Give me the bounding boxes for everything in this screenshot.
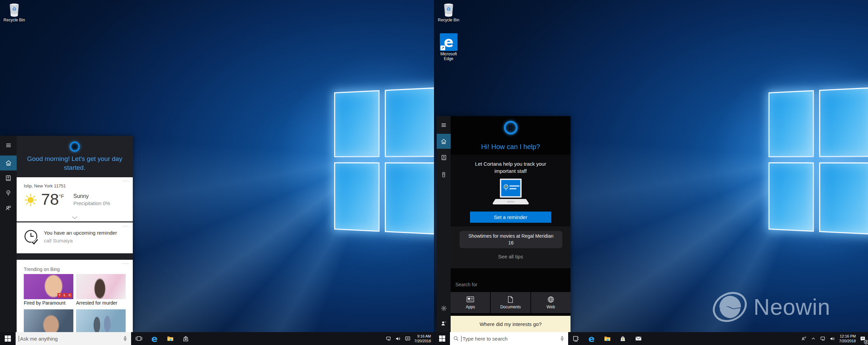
- cortana-panel-new: Hi! How can I help? Let Cortana help you…: [437, 116, 571, 332]
- see-all-tips-link[interactable]: See all tips: [451, 254, 571, 259]
- cortana-nav-rail: [437, 116, 451, 332]
- cortana-search-box[interactable]: [16, 332, 131, 345]
- tips-section: Showtimes for movies at Regal Meridian 1…: [451, 226, 571, 268]
- weather-precipitation: Precipitation 0%: [73, 200, 110, 206]
- windows-hero-logo: [768, 87, 868, 235]
- cortana-header: Good morning! Let's get your day started…: [17, 136, 133, 177]
- rail-item-notebook[interactable]: [437, 150, 451, 165]
- file-explorer-button[interactable]: [599, 332, 615, 345]
- clock-time: 9:16 AM: [414, 334, 431, 339]
- reminder-card[interactable]: ··· You have an upcoming reminder call S…: [17, 222, 133, 253]
- trending-thumbnail: [76, 309, 126, 332]
- trending-card[interactable]: ··· Trending on Bing TLC Fired by Paramo…: [17, 260, 133, 332]
- taskbar-clock[interactable]: 9:16 AM 7/20/2018: [413, 334, 433, 344]
- recycle-bin-label: Recycle Bin: [1, 18, 27, 23]
- reminder-subtitle: call Sumaiya: [44, 238, 73, 243]
- tip-suggestion-chip[interactable]: Showtimes for movies at Regal Meridian 1…: [459, 231, 562, 248]
- recycle-bin-icon: ♻: [7, 2, 21, 17]
- card-menu-ellipsis[interactable]: ···: [122, 260, 129, 266]
- task-view-button[interactable]: [131, 332, 147, 345]
- feedback-icon: [440, 320, 447, 327]
- rail-item-notebook[interactable]: [0, 170, 17, 185]
- search-web-button[interactable]: Web: [531, 292, 571, 313]
- hamburger-menu-button[interactable]: [0, 138, 17, 153]
- rail-item-feedback[interactable]: [437, 316, 451, 331]
- expand-chevron-icon[interactable]: [71, 216, 78, 220]
- weather-card[interactable]: ··· Islip, New York 11751 78°F Sunny Pre…: [17, 177, 133, 221]
- home-icon: [5, 159, 12, 167]
- cortana-ring-icon: [70, 142, 80, 152]
- action-center-button[interactable]: 2: [858, 332, 867, 345]
- rail-item-feedback[interactable]: [0, 200, 17, 215]
- weather-location: Islip, New York 11751: [24, 183, 66, 188]
- volume-icon[interactable]: [828, 332, 837, 345]
- recycle-bin-label: Recycle Bin: [436, 18, 462, 23]
- store-button[interactable]: [178, 332, 194, 345]
- trending-item[interactable]: [24, 309, 73, 332]
- taskbar: e: [0, 332, 434, 345]
- start-button[interactable]: [0, 332, 16, 345]
- windows-logo-icon: [5, 335, 11, 342]
- action-center-icon[interactable]: [403, 332, 412, 345]
- start-button[interactable]: [434, 332, 450, 345]
- notebook-icon: [440, 154, 447, 161]
- trending-item[interactable]: [76, 309, 126, 332]
- microphone-icon[interactable]: [559, 335, 565, 342]
- rail-item-home[interactable]: [0, 156, 17, 170]
- reminder-title: You have an upcoming reminder: [44, 230, 117, 236]
- recycle-bin-shortcut[interactable]: ♻ Recycle Bin: [436, 2, 462, 23]
- search-for-label: Search for: [455, 282, 477, 287]
- task-view-icon: [135, 335, 143, 342]
- shortcut-arrow-icon: ↗: [440, 46, 445, 50]
- recycle-bin-shortcut[interactable]: ♻ Recycle Bin: [1, 2, 27, 23]
- people-icon[interactable]: [799, 332, 808, 345]
- cortana-header: Hi! How can I help?: [451, 116, 571, 155]
- rail-item-suggestions[interactable]: [0, 185, 17, 200]
- device-icon: [440, 171, 447, 178]
- laptop-illustration-icon: [489, 177, 532, 206]
- feedback-icon: [5, 204, 12, 212]
- rail-item-settings[interactable]: [437, 301, 451, 316]
- rail-item-devices[interactable]: [437, 167, 451, 182]
- trending-item[interactable]: Arrested for murder: [76, 274, 126, 307]
- cortana-ring-icon: [504, 121, 518, 134]
- search-apps-button[interactable]: Apps: [451, 292, 490, 313]
- edge-taskbar-button[interactable]: e: [147, 332, 162, 345]
- network-icon[interactable]: [384, 332, 393, 345]
- document-icon: [507, 296, 514, 303]
- store-button[interactable]: [615, 332, 631, 345]
- edge-tile-icon: e ↗: [440, 33, 457, 51]
- edge-shortcut-label: Microsoft Edge: [436, 52, 462, 61]
- weather-temp: 78: [41, 190, 59, 208]
- card-menu-ellipsis[interactable]: ···: [122, 178, 129, 183]
- task-view-button[interactable]: [568, 332, 584, 345]
- search-input[interactable]: [461, 336, 557, 342]
- interests-banner[interactable]: Where did my interests go?: [451, 316, 571, 332]
- trending-caption: Fired by Paramount: [24, 299, 73, 307]
- chevron-up-icon[interactable]: [809, 332, 818, 345]
- trending-caption: Arrested for murder: [76, 299, 126, 307]
- cortana-search-box[interactable]: [450, 332, 568, 345]
- cortana-panel-old: Good morning! Let's get your day started…: [0, 136, 133, 332]
- volume-icon[interactable]: [394, 332, 402, 345]
- search-input[interactable]: [19, 336, 120, 342]
- trending-grid: TLC Fired by Paramount Arrested for murd…: [24, 274, 126, 332]
- network-icon[interactable]: [818, 332, 827, 345]
- taskbar-clock[interactable]: 12:16 PM 7/20/2018: [837, 334, 857, 344]
- file-explorer-button[interactable]: [162, 332, 178, 345]
- edge-taskbar-button[interactable]: e: [584, 332, 599, 345]
- rail-item-home[interactable]: [437, 134, 451, 149]
- microphone-icon[interactable]: [122, 335, 128, 342]
- clock-time: 12:16 PM: [839, 334, 856, 339]
- set-reminder-button[interactable]: Set a reminder: [470, 212, 551, 223]
- search-documents-button[interactable]: Documents: [491, 292, 530, 313]
- cortana-content: Hi! How can I help? Let Cortana help you…: [451, 116, 571, 332]
- trending-item[interactable]: TLC Fired by Paramount: [24, 274, 73, 307]
- gear-icon: [440, 305, 447, 312]
- mail-button[interactable]: [631, 332, 646, 345]
- hamburger-menu-button[interactable]: [437, 117, 451, 132]
- edge-desktop-shortcut[interactable]: e ↗ Microsoft Edge: [436, 33, 462, 61]
- mail-icon: [635, 335, 642, 342]
- neowin-watermark: Neowin: [712, 289, 830, 325]
- card-menu-ellipsis[interactable]: ···: [122, 223, 129, 229]
